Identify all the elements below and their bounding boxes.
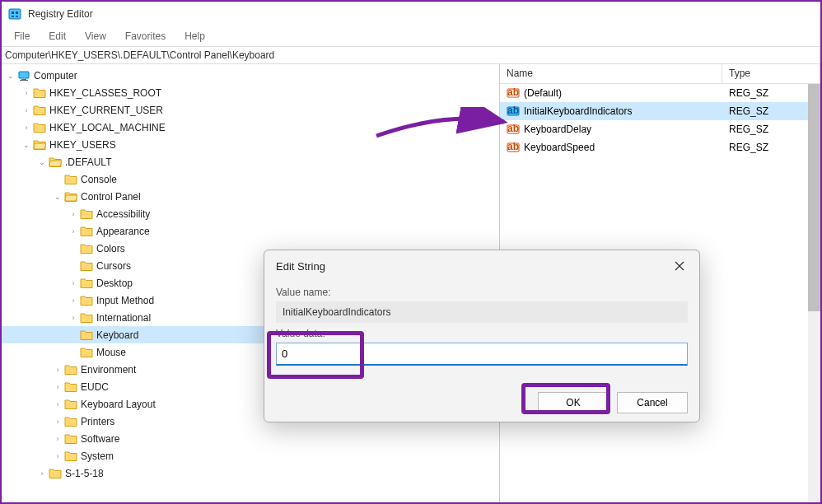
value-type: REG_SZ bbox=[722, 105, 820, 117]
list-header: Name Type bbox=[500, 64, 820, 84]
folder-icon bbox=[64, 173, 77, 186]
chevron-right-icon[interactable]: › bbox=[51, 400, 64, 408]
list-row[interactable]: abKeyboardDelay REG_SZ bbox=[500, 120, 820, 138]
tree-hkey-classes-root[interactable]: › HKEY_CLASSES_ROOT bbox=[2, 84, 499, 101]
tree-label: Console bbox=[81, 174, 117, 185]
chevron-right-icon[interactable]: › bbox=[67, 210, 80, 218]
cancel-button[interactable]: Cancel bbox=[617, 392, 688, 413]
folder-icon bbox=[33, 104, 46, 117]
folder-icon bbox=[80, 259, 93, 273]
tree-label: Colors bbox=[96, 243, 125, 254]
tree-console[interactable]: Console bbox=[2, 170, 499, 188]
folder-icon bbox=[80, 208, 93, 221]
chevron-right-icon[interactable]: › bbox=[51, 452, 64, 460]
tree-label: Accessibility bbox=[96, 208, 150, 220]
list-row[interactable]: abKeyboardSpeed REG_SZ bbox=[500, 138, 820, 156]
menu-file[interactable]: File bbox=[6, 28, 38, 44]
tree-system[interactable]: › System bbox=[2, 447, 499, 464]
tree-accessibility[interactable]: › Accessibility bbox=[2, 205, 499, 222]
folder-icon bbox=[80, 225, 93, 238]
ok-button[interactable]: OK bbox=[538, 392, 609, 413]
string-value-icon: ab bbox=[507, 105, 520, 118]
folder-icon bbox=[80, 311, 93, 324]
chevron-down-icon[interactable]: ⌄ bbox=[51, 193, 64, 201]
value-data-label: Value data: bbox=[276, 328, 688, 339]
computer-icon bbox=[17, 69, 30, 82]
tree-label: Input Method bbox=[96, 295, 154, 306]
close-icon bbox=[675, 261, 684, 271]
folder-icon bbox=[64, 398, 77, 411]
address-bar[interactable]: Computer\HKEY_USERS\.DEFAULT\Control Pan… bbox=[2, 46, 820, 64]
svg-rect-6 bbox=[21, 79, 26, 80]
folder-icon bbox=[80, 277, 93, 290]
value-type: REG_SZ bbox=[722, 87, 820, 99]
chevron-right-icon[interactable]: › bbox=[20, 106, 33, 114]
folder-icon bbox=[80, 346, 93, 359]
tree-label: Printers bbox=[81, 416, 114, 427]
tree-software[interactable]: › Software bbox=[2, 430, 499, 447]
chevron-right-icon[interactable]: › bbox=[67, 314, 80, 322]
menu-edit[interactable]: Edit bbox=[40, 28, 74, 44]
svg-text:ab: ab bbox=[507, 86, 519, 98]
menu-help[interactable]: Help bbox=[176, 28, 213, 44]
chevron-right-icon[interactable]: › bbox=[51, 418, 64, 426]
close-button[interactable] bbox=[671, 258, 688, 274]
dialog-title-text: Edit String bbox=[276, 260, 325, 273]
tree-hkey-local-machine[interactable]: › HKEY_LOCAL_MACHINE bbox=[2, 119, 499, 136]
menubar: File Edit View Favorites Help bbox=[2, 26, 820, 46]
col-name-header[interactable]: Name bbox=[500, 64, 722, 83]
chevron-right-icon[interactable]: › bbox=[51, 383, 64, 391]
tree-label: Cursors bbox=[96, 260, 131, 272]
tree-appearance[interactable]: › Appearance bbox=[2, 222, 499, 240]
tree-label: Appearance bbox=[96, 226, 150, 237]
svg-rect-5 bbox=[19, 72, 29, 78]
chevron-right-icon[interactable]: › bbox=[67, 296, 80, 305]
tree-root-computer[interactable]: ⌄ Computer bbox=[2, 67, 499, 84]
value-type: REG_SZ bbox=[722, 124, 820, 135]
chevron-right-icon[interactable]: › bbox=[51, 435, 64, 443]
tree-label: International bbox=[96, 312, 151, 324]
chevron-right-icon[interactable]: › bbox=[20, 89, 33, 97]
string-value-icon: ab bbox=[507, 123, 520, 136]
chevron-right-icon[interactable]: › bbox=[67, 279, 80, 287]
chevron-right-icon[interactable]: › bbox=[67, 227, 80, 236]
svg-text:ab: ab bbox=[507, 123, 519, 134]
folder-icon bbox=[80, 294, 93, 307]
tree-label: HKEY_CURRENT_USER bbox=[49, 105, 163, 116]
tree-default[interactable]: ⌄ .DEFAULT bbox=[2, 153, 499, 170]
svg-rect-1 bbox=[12, 12, 14, 14]
list-row[interactable]: abInitialKeyboardIndicators REG_SZ bbox=[500, 102, 820, 120]
col-type-header[interactable]: Type bbox=[722, 64, 820, 83]
tree-label: System bbox=[81, 450, 114, 462]
chevron-down-icon[interactable]: ⌄ bbox=[4, 72, 17, 80]
svg-rect-2 bbox=[16, 12, 18, 14]
folder-icon bbox=[80, 329, 93, 342]
chevron-right-icon[interactable]: › bbox=[20, 124, 33, 132]
list-row[interactable]: ab(Default) REG_SZ bbox=[500, 84, 820, 102]
tree-s-1-5-18[interactable]: › S-1-5-18 bbox=[2, 464, 499, 482]
chevron-right-icon[interactable]: › bbox=[51, 366, 64, 374]
tree-hkey-users[interactable]: ⌄ HKEY_USERS bbox=[2, 136, 499, 153]
value-data-input[interactable] bbox=[276, 343, 688, 366]
folder-icon bbox=[49, 467, 62, 480]
chevron-down-icon[interactable]: ⌄ bbox=[35, 158, 49, 166]
folder-icon bbox=[64, 432, 77, 446]
tree-label: S-1-5-18 bbox=[65, 468, 104, 479]
tree-label: Environment bbox=[81, 364, 136, 376]
tree-label: Computer bbox=[34, 70, 77, 82]
string-value-icon: ab bbox=[507, 141, 520, 154]
tree-control-panel[interactable]: ⌄ Control Panel bbox=[2, 188, 499, 205]
folder-icon bbox=[64, 415, 77, 428]
chevron-down-icon[interactable]: ⌄ bbox=[20, 141, 33, 149]
tree-label: Software bbox=[81, 433, 119, 445]
edit-string-dialog: Edit String Value name: InitialKeyboardI… bbox=[264, 250, 700, 422]
chevron-right-icon[interactable]: › bbox=[35, 469, 49, 478]
regedit-app-icon bbox=[8, 7, 21, 21]
tree-hkey-current-user[interactable]: › HKEY_CURRENT_USER bbox=[2, 101, 499, 119]
svg-rect-0 bbox=[9, 9, 21, 19]
value-type: REG_SZ bbox=[722, 142, 820, 153]
tree-label: EUDC bbox=[81, 381, 109, 393]
titlebar: Registry Editor bbox=[2, 2, 820, 26]
menu-view[interactable]: View bbox=[77, 28, 114, 44]
menu-favorites[interactable]: Favorites bbox=[117, 28, 174, 44]
